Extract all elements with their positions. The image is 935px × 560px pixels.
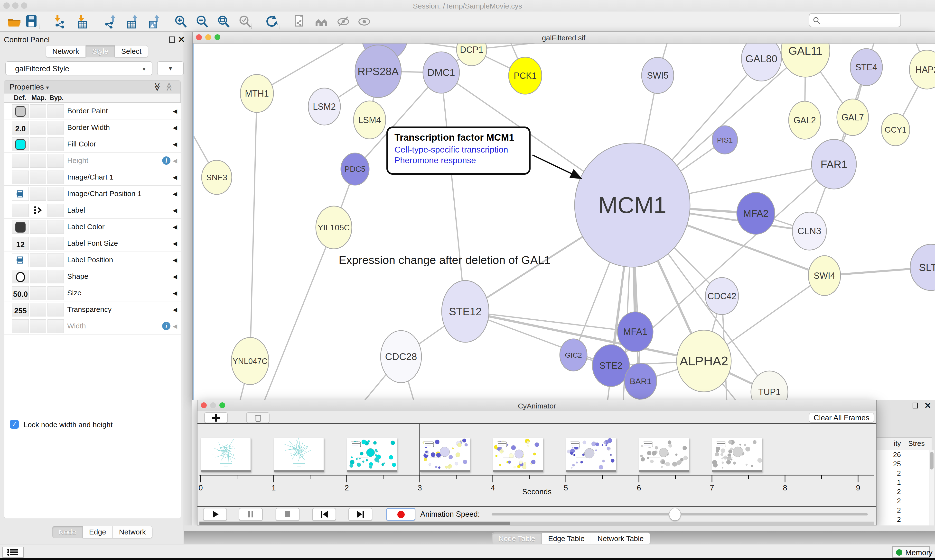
network-node-cln3[interactable]: CLN3 xyxy=(792,212,826,250)
collapse-all-icon[interactable]: ≫ xyxy=(164,83,174,91)
network-node-cdc28[interactable]: CDC28 xyxy=(381,331,421,383)
property-row-image-chart-1[interactable]: Image/Chart 1◀ xyxy=(5,169,181,186)
network-node-yil105c[interactable]: YIL105C xyxy=(316,206,352,249)
default-value-cell[interactable]: 2.0 xyxy=(12,121,29,134)
info-icon[interactable]: i xyxy=(162,322,170,330)
search-input[interactable] xyxy=(809,13,901,27)
network-node-mfa2[interactable]: MFA2 xyxy=(737,192,775,234)
mapping-cell[interactable] xyxy=(30,303,46,317)
annotation-link[interactable]: Pheromone response xyxy=(395,155,523,165)
property-row-size[interactable]: 50.0Size◀ xyxy=(5,285,181,302)
capture-frame-button[interactable] xyxy=(204,412,228,423)
expand-arrow-icon[interactable]: ◀ xyxy=(173,257,177,263)
bypass-cell[interactable] xyxy=(48,253,64,267)
color-swatch[interactable] xyxy=(15,106,26,117)
network-canvas[interactable]: DCP1RPS28ADMC1PCK1SWI5GAL80GAL11STE4HAP2… xyxy=(193,43,935,400)
timeline[interactable] xyxy=(197,424,877,488)
zoom-in-icon[interactable] xyxy=(174,14,188,29)
expand-arrow-icon[interactable]: ◀ xyxy=(173,290,177,297)
expand-arrow-icon[interactable]: ◀ xyxy=(173,223,177,230)
bypass-cell[interactable] xyxy=(48,286,64,300)
expand-arrow-icon[interactable]: ◀ xyxy=(173,240,177,247)
property-row-label-position[interactable]: Label Position◀ xyxy=(5,252,181,268)
property-row-label[interactable]: Label◀ xyxy=(5,202,181,219)
mapping-cell[interactable] xyxy=(30,154,46,168)
network-node-alpha2[interactable]: ALPHA2 xyxy=(677,330,731,392)
property-row-label-font-size[interactable]: 12Label Font Size◀ xyxy=(5,235,181,252)
property-row-image-chart-position-1[interactable]: Image/Chart Position 1◀ xyxy=(5,186,181,202)
show-all-icon[interactable] xyxy=(358,14,372,29)
expand-arrow-icon[interactable]: ◀ xyxy=(173,207,177,214)
timeline-scrollbar[interactable] xyxy=(199,522,874,525)
lock-checkbox[interactable]: ✓ xyxy=(10,420,19,429)
table-column-stress[interactable]: Stres xyxy=(908,440,925,448)
table-cell-value[interactable]: 25 xyxy=(876,459,901,469)
property-row-label-color[interactable]: Label Color◀ xyxy=(5,219,181,235)
tab-node-table[interactable]: Node Table xyxy=(492,532,542,545)
bypass-cell[interactable] xyxy=(48,319,64,333)
network-node-ynl047c[interactable]: YNL047C xyxy=(231,337,269,385)
mapping-cell[interactable] xyxy=(30,237,46,250)
tab-select[interactable]: Select xyxy=(115,45,148,57)
tab-network-table[interactable]: Network Table xyxy=(591,532,650,545)
default-value-cell[interactable] xyxy=(12,253,29,267)
default-value-cell[interactable]: 50.0 xyxy=(12,286,29,300)
network-node-ste4[interactable]: STE4 xyxy=(850,49,883,86)
expand-arrow-icon[interactable]: ◀ xyxy=(173,124,177,131)
hide-selected-icon[interactable] xyxy=(336,14,351,29)
network-node-far1[interactable]: FAR1 xyxy=(812,139,856,189)
expand-arrow-icon[interactable]: ◀ xyxy=(173,273,177,280)
color-swatch[interactable] xyxy=(15,222,26,232)
color-swatch[interactable] xyxy=(15,139,26,150)
tab-edge-table[interactable]: Edge Table xyxy=(542,532,591,545)
network-node-gal11[interactable]: GAL11 xyxy=(781,43,830,77)
network-node-rps28a[interactable]: RPS28A xyxy=(355,45,401,98)
network-node-snf3[interactable]: SNF3 xyxy=(202,160,232,194)
property-row-border-paint[interactable]: Border Paint◀ xyxy=(5,103,181,120)
mapping-cell[interactable] xyxy=(30,171,46,184)
import-network-icon[interactable] xyxy=(53,14,68,29)
table-cell-value[interactable]: 2 xyxy=(876,506,901,515)
network-node-tup1[interactable]: TUP1 xyxy=(751,371,788,400)
pause-button[interactable] xyxy=(239,508,263,521)
mapping-cell[interactable] xyxy=(30,253,46,267)
bypass-cell[interactable] xyxy=(48,171,64,184)
network-node-mcm1[interactable]: MCM1 xyxy=(575,143,690,267)
bypass-cell[interactable] xyxy=(48,187,64,201)
table-cell-value[interactable]: 2 xyxy=(876,469,901,478)
table-column-ity[interactable]: ity xyxy=(876,440,901,448)
default-value-cell[interactable] xyxy=(12,220,29,234)
table-cell-value[interactable]: 1 xyxy=(876,478,901,487)
property-row-shape[interactable]: Shape◀ xyxy=(5,268,181,285)
default-value-cell[interactable] xyxy=(12,319,29,333)
annotation-box[interactable]: Transcription factor MCM1 Cell-type-spec… xyxy=(386,126,531,175)
network-node-mth1[interactable]: MTH1 xyxy=(240,74,273,112)
import-table-icon[interactable] xyxy=(75,14,89,29)
stop-button[interactable] xyxy=(276,508,299,521)
network-node-cdc42[interactable]: CDC42 xyxy=(705,278,739,315)
network-node-gcy1[interactable]: GCY1 xyxy=(881,114,910,146)
network-node-gal2[interactable]: GAL2 xyxy=(788,101,821,139)
network-node-swi4[interactable]: SWI4 xyxy=(808,256,841,295)
bypass-cell[interactable] xyxy=(48,303,64,317)
property-row-width[interactable]: Widthi◀ xyxy=(5,318,181,334)
scrollbar-thumb[interactable] xyxy=(199,522,510,525)
mapping-cell[interactable] xyxy=(30,137,46,151)
network-node-gic2[interactable]: GIC2 xyxy=(560,339,587,371)
tab-edge[interactable]: Edge xyxy=(83,526,113,538)
expand-arrow-icon[interactable]: ◀ xyxy=(173,174,177,181)
bypass-cell[interactable] xyxy=(48,220,64,234)
network-from-selection-icon[interactable] xyxy=(292,14,307,29)
network-node-ste12[interactable]: STE12 xyxy=(442,280,489,342)
default-value-cell[interactable] xyxy=(12,154,29,168)
slider-thumb[interactable] xyxy=(669,508,681,521)
tab-network[interactable]: Network xyxy=(113,526,153,538)
tab-style[interactable]: Style xyxy=(86,45,115,57)
property-row-transparency[interactable]: 255Transparency◀ xyxy=(5,302,181,318)
bypass-cell[interactable] xyxy=(48,105,64,118)
property-row-border-width[interactable]: 2.0Border Width◀ xyxy=(5,120,181,136)
memory-button[interactable]: Memory xyxy=(892,546,930,558)
network-node-ste2[interactable]: STE2 xyxy=(592,345,630,386)
mapping-cell[interactable] xyxy=(30,105,46,118)
export-image-icon[interactable] xyxy=(147,14,162,29)
